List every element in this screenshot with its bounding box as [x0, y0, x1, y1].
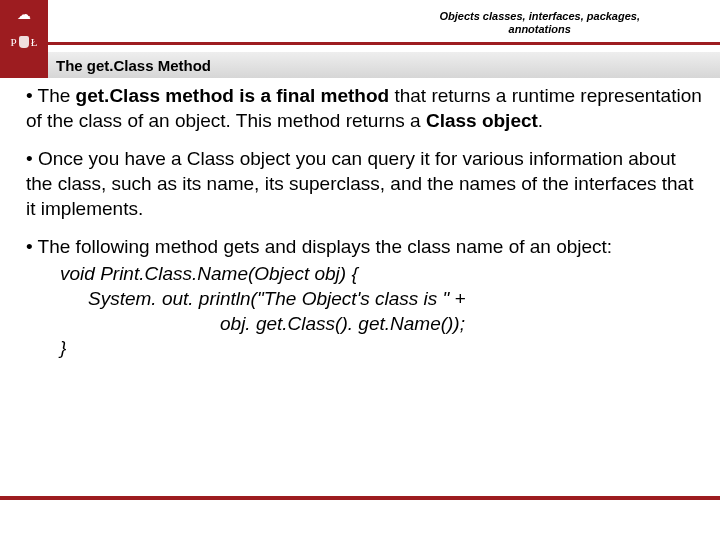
bullet-3-text: • The following method gets and displays…: [26, 235, 704, 260]
code-sample: void Print.Class.Name(Object obj) { Syst…: [60, 262, 704, 361]
bullet-1-bold1: get.Class method is a final method: [76, 85, 390, 106]
code-line-1: void Print.Class.Name(Object obj) {: [60, 262, 704, 287]
bullet-1-suffix: .: [538, 110, 543, 131]
logo-letter-p: P: [11, 36, 17, 48]
university-logo: ☁ P Ł: [0, 0, 48, 52]
logo-continuation: [0, 52, 48, 78]
code-line-2: System. out. println("The Object's class…: [88, 287, 704, 312]
logo-letters: P Ł: [11, 36, 38, 48]
bullet-3: • The following method gets and displays…: [26, 235, 704, 360]
header-topic-line2: annotations: [439, 23, 640, 36]
slide-header: ☁ P Ł Objects classes, interfaces, packa…: [0, 0, 720, 52]
bullet-1-prefix: • The: [26, 85, 76, 106]
logo-crest-icon: [19, 36, 29, 48]
slide-title: The get.Class Method: [56, 57, 211, 74]
code-line-4: }: [60, 336, 704, 361]
slide-subheader: The get.Class Method: [0, 52, 720, 78]
code-line-3: obj. get.Class(). get.Name());: [220, 312, 704, 337]
bullet-2: • Once you have a Class object you can q…: [26, 147, 704, 221]
header-topic-line1: Objects classes, interfaces, packages,: [439, 10, 640, 23]
logo-letter-l: Ł: [31, 36, 38, 48]
header-topic: Objects classes, interfaces, packages, a…: [439, 10, 640, 36]
logo-emblem-icon: ☁: [17, 6, 31, 22]
bullet-1: • The get.Class method is a final method…: [26, 84, 704, 133]
footer-divider: [0, 496, 720, 500]
header-divider: [48, 42, 720, 45]
bullet-1-bold2: Class object: [426, 110, 538, 131]
slide-content: • The get.Class method is a final method…: [26, 84, 704, 375]
